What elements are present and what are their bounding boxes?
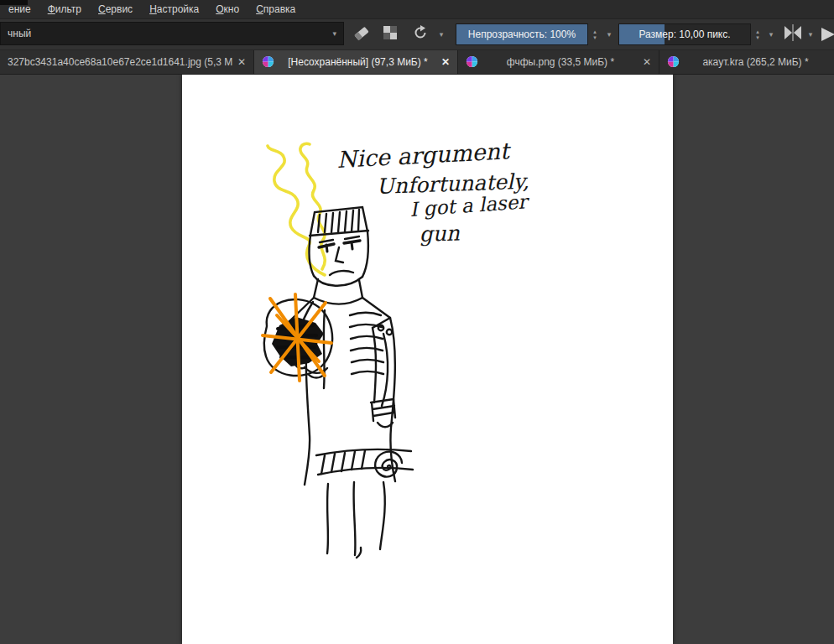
opacity-dropdown[interactable]: ▾ — [602, 23, 616, 45]
menu-item-hotkey: С — [98, 3, 106, 15]
close-icon[interactable]: ✕ — [441, 56, 450, 68]
tab-document-kra[interactable]: акаут.kra (265,2 МиБ) * — [659, 49, 834, 74]
window-corner-artifact — [0, 0, 28, 5]
tab-document-unsaved[interactable]: [Несохранённый] (97,3 МиБ) * ✕ — [254, 49, 458, 74]
menu-item-hotkey: О — [216, 3, 223, 15]
toolbar-overflow-button[interactable] — [821, 25, 834, 44]
krita-file-icon — [262, 55, 274, 68]
reload-preset-button[interactable] — [408, 23, 433, 45]
menu-item-window[interactable]: Окно — [207, 0, 248, 18]
menu-item-tools[interactable]: Сервис — [90, 0, 141, 18]
checkerboard-icon — [383, 26, 397, 43]
brush-options-dropdown[interactable]: ▾ — [435, 23, 448, 45]
brush-preset-label: чный — [8, 28, 31, 39]
sketch-belt-legs — [316, 449, 413, 558]
menu-item-label: ение — [8, 3, 31, 15]
chevron-down-icon: ▾ — [607, 30, 612, 39]
close-icon[interactable]: ✕ — [643, 56, 651, 68]
caption-line-4: gun — [419, 221, 461, 247]
brush-toolbar: чный ▾ ▾ Непрозрачность: 100% ▴ ▾ ▾ Разм… — [0, 18, 834, 50]
menu-item-label: ервис — [106, 3, 133, 15]
preserve-alpha-button[interactable] — [378, 23, 403, 45]
caption-line-1: Nice argument — [336, 138, 513, 173]
opacity-spinner[interactable]: ▴ ▾ — [590, 23, 600, 45]
menu-item-label: правка — [263, 3, 295, 15]
horizontal-mirror-icon — [783, 24, 803, 44]
mirror-view-button[interactable] — [780, 23, 805, 45]
krita-file-icon — [466, 55, 478, 68]
menu-item-label: ильтр — [55, 3, 81, 15]
chevron-down-icon: ▾ — [809, 30, 813, 39]
spinner-down-icon: ▾ — [756, 34, 759, 40]
menu-item-settings[interactable]: Настройка — [141, 0, 207, 18]
chevron-down-icon: ▾ — [440, 30, 444, 39]
document-tab-bar: 327bc3431a40ce68a10e67e2ce1d1641.jpg (5,… — [0, 49, 834, 75]
close-icon[interactable]: ✕ — [237, 56, 246, 68]
opacity-slider[interactable]: Непрозрачность: 100% — [456, 23, 588, 45]
eraser-mode-button[interactable] — [349, 23, 374, 45]
sketch-body — [289, 279, 395, 485]
tab-title: 327bc3431a40ce68a10e67e2ce1d1641.jpg (5,… — [8, 56, 232, 68]
menu-bar: ение Фильтр Сервис Настройка Окно Справк… — [0, 0, 834, 19]
chevron-down-icon: ▾ — [769, 30, 774, 39]
spinner-down-icon: ▾ — [593, 34, 597, 40]
mirror-dropdown[interactable]: ▾ — [804, 23, 817, 45]
brush-preset-combo[interactable]: чный ▾ — [0, 22, 344, 45]
brush-size-value: Размер: 10,00 пикс. — [639, 29, 730, 40]
menu-item-hotkey: Ф — [48, 3, 55, 15]
menu-item-help[interactable]: Справка — [248, 0, 304, 18]
tab-title: [Несохранённый] (97,3 МиБ) * — [279, 56, 436, 68]
krita-file-icon — [667, 55, 680, 68]
menu-item-hotkey: Н — [149, 3, 157, 15]
tab-document-jpg[interactable]: 327bc3431a40ce68a10e67e2ce1d1641.jpg (5,… — [0, 49, 254, 74]
arrow-right-icon — [821, 32, 834, 44]
chevron-down-icon: ▾ — [332, 30, 336, 38]
brush-size-spinner[interactable]: ▴ ▾ — [753, 23, 763, 45]
sketch-smoke — [268, 143, 325, 275]
brush-size-slider[interactable]: Размер: 10,00 пикс. — [618, 23, 751, 45]
tab-title: акаут.kra (265,2 МиБ) * — [685, 56, 826, 68]
menu-item-filter[interactable]: Фильтр — [39, 0, 90, 18]
spinner-up-icon: ▴ — [756, 29, 759, 34]
canvas-viewport[interactable]: Nice argument Unfortunately, I got a las… — [0, 74, 834, 644]
document-canvas[interactable]: Nice argument Unfortunately, I got a las… — [182, 74, 673, 644]
eraser-icon — [352, 23, 371, 45]
spinner-up-icon: ▴ — [593, 29, 597, 34]
tab-document-png[interactable]: фчфы.png (33,5 МиБ) * ✕ — [458, 49, 659, 74]
opacity-value: Непрозрачность: 100% — [468, 29, 576, 40]
sketch-drawing: Nice argument Unfortunately, I got a las… — [182, 74, 673, 644]
tab-title: фчфы.png (33,5 МиБ) * — [483, 56, 638, 68]
menu-item-label: кно — [224, 3, 240, 15]
reload-icon — [413, 25, 428, 44]
brush-size-dropdown[interactable]: ▾ — [764, 23, 778, 45]
menu-item-hotkey: С — [256, 3, 263, 15]
menu-item-label: астройка — [157, 3, 199, 15]
